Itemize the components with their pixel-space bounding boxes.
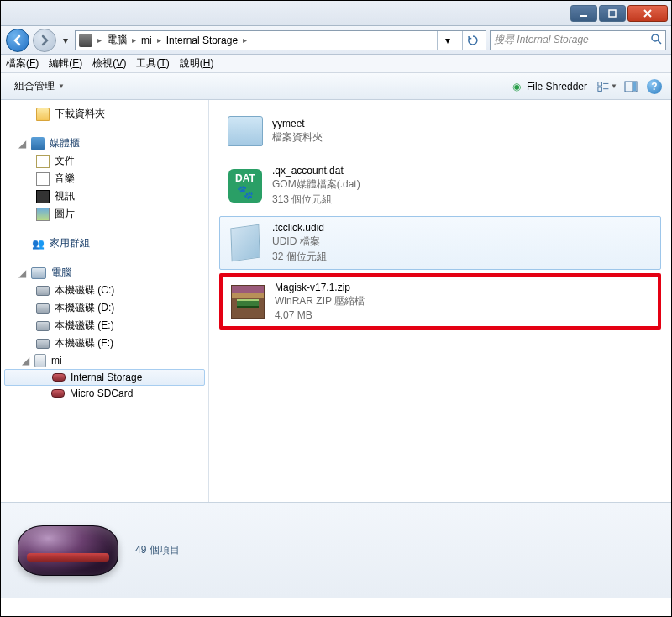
drive-icon	[36, 321, 50, 331]
location-icon	[79, 34, 92, 47]
help-icon: ?	[647, 79, 662, 94]
refresh-button[interactable]	[462, 31, 482, 50]
drive-icon	[36, 303, 50, 314]
nav-history-dropdown[interactable]: ▾	[60, 34, 71, 46]
menu-tools[interactable]: 工具(T)	[136, 56, 169, 71]
storage-icon	[52, 373, 66, 382]
status-bar: 49 個項目	[1, 502, 671, 598]
organize-button[interactable]: 組合管理▼	[8, 76, 71, 96]
nav-bar: ▾ ▸ 電腦 ▸ mi ▸ Internal Storage ▸ ▾ 搜尋 In…	[1, 26, 671, 55]
breadcrumb-segment[interactable]: mi	[141, 34, 152, 46]
shredder-icon: ◉	[510, 80, 523, 93]
file-list[interactable]: yymeet 檔案資料夾 DAT🐾 .qx_account.dat GOM媒體檔…	[209, 100, 671, 502]
file-size: 32 個位元組	[272, 250, 327, 264]
homegroup-icon: 👥	[31, 237, 45, 250]
sidebar-item-drive-f[interactable]: 本機磁碟 (F:)	[1, 335, 208, 352]
menu-help[interactable]: 說明(H)	[180, 56, 214, 71]
sidebar-item-videos[interactable]: 視訊	[1, 187, 208, 205]
search-placeholder: 搜尋 Internal Storage	[494, 33, 589, 47]
file-item-zip-highlighted[interactable]: Magisk-v17.1.zip WinRAR ZIP 壓縮檔 4.07 MB	[219, 273, 661, 330]
file-type: WinRAR ZIP 壓縮檔	[275, 294, 365, 308]
file-name: Magisk-v17.1.zip	[275, 282, 365, 293]
drive-icon	[36, 339, 50, 349]
close-button[interactable]	[627, 5, 668, 22]
toolbar: 組合管理▼ ◉ File Shredder ▼ ?	[1, 73, 671, 100]
file-size: 313 個位元組	[272, 192, 360, 207]
drive-icon	[36, 286, 50, 296]
documents-icon	[36, 155, 50, 168]
music-icon	[36, 172, 50, 186]
expand-icon: ◢	[18, 138, 26, 150]
chevron-right-icon: ▸	[157, 35, 161, 45]
svg-point-4	[652, 34, 659, 41]
sidebar-item-pictures[interactable]: 圖片	[1, 205, 208, 223]
preview-pane-button[interactable]	[621, 77, 641, 96]
file-type: UDID 檔案	[272, 235, 327, 249]
phone-icon	[34, 354, 46, 367]
search-input[interactable]: 搜尋 Internal Storage	[490, 30, 666, 50]
forward-button[interactable]	[33, 29, 56, 52]
svg-rect-12	[633, 82, 636, 91]
help-button[interactable]: ?	[644, 77, 664, 96]
sidebar-item-mi[interactable]: ◢mi	[1, 352, 208, 369]
file-type: 檔案資料夾	[272, 130, 323, 145]
sidebar-item-drive-c[interactable]: 本機磁碟 (C:)	[1, 282, 208, 299]
dat-file-icon: DAT🐾	[228, 169, 262, 203]
file-size: 4.07 MB	[275, 309, 365, 321]
menu-file[interactable]: 檔案(F)	[6, 56, 39, 71]
search-icon	[650, 33, 662, 47]
winrar-zip-icon	[231, 285, 265, 319]
computer-icon	[31, 267, 46, 279]
file-item-udid[interactable]: .tcclick.udid UDID 檔案 32 個位元組	[219, 216, 661, 270]
menu-edit[interactable]: 編輯(E)	[49, 56, 82, 71]
back-button[interactable]	[6, 29, 29, 52]
maximize-button[interactable]	[599, 5, 626, 22]
chevron-right-icon: ▸	[132, 35, 136, 45]
minimize-button[interactable]	[570, 5, 597, 22]
folder-icon	[228, 116, 263, 146]
menu-bar: 檔案(F) 編輯(E) 檢視(V) 工具(T) 說明(H)	[1, 55, 671, 73]
storage-icon	[51, 389, 65, 398]
expand-icon: ◢	[21, 355, 29, 367]
file-name: .tcclick.udid	[272, 222, 327, 234]
chevron-right-icon: ▸	[243, 35, 247, 45]
sidebar-item-drive-d[interactable]: 本機磁碟 (D:)	[1, 299, 208, 317]
sidebar-item-music[interactable]: 音樂	[1, 170, 208, 187]
sidebar-item-downloads[interactable]: 下載資料夾	[1, 105, 208, 123]
item-count: 49 個項目	[135, 543, 180, 557]
address-bar[interactable]: ▸ 電腦 ▸ mi ▸ Internal Storage ▸ ▾	[75, 30, 486, 50]
pictures-icon	[36, 208, 50, 221]
sidebar-item-documents[interactable]: 文件	[1, 152, 208, 170]
address-dropdown[interactable]: ▾	[437, 31, 457, 50]
udid-file-icon	[230, 224, 260, 262]
breadcrumb-segment[interactable]: 電腦	[107, 33, 127, 47]
sidebar-item-drive-e[interactable]: 本機磁碟 (E:)	[1, 317, 208, 335]
svg-rect-7	[598, 87, 601, 90]
breadcrumb-segment[interactable]: Internal Storage	[166, 34, 238, 46]
window-titlebar	[1, 1, 671, 26]
file-name: .qx_account.dat	[272, 165, 360, 177]
expand-icon: ◢	[18, 267, 26, 279]
library-icon	[31, 137, 45, 150]
sidebar-tree[interactable]: 下載資料夾 ◢媒體櫃 文件 音樂 視訊 圖片 👥家用群組 ◢電腦 本機磁碟 (C…	[1, 100, 209, 502]
svg-rect-6	[598, 82, 601, 85]
sidebar-header-homegroup[interactable]: 👥家用群組	[1, 235, 208, 252]
chevron-right-icon: ▸	[97, 35, 102, 45]
device-preview-icon	[14, 517, 122, 584]
sidebar-item-sdcard[interactable]: Micro SDCard	[1, 386, 208, 401]
view-options-button[interactable]: ▼	[597, 77, 617, 96]
file-shredder-button[interactable]: ◉ File Shredder	[503, 77, 594, 96]
chevron-down-icon: ▼	[58, 82, 65, 90]
file-item-dat[interactable]: DAT🐾 .qx_account.dat GOM媒體檔案(.dat) 313 個…	[219, 159, 661, 213]
sidebar-item-internal-storage[interactable]: Internal Storage	[4, 369, 205, 386]
file-item-folder[interactable]: yymeet 檔案資料夾	[219, 107, 661, 156]
folder-icon	[36, 108, 50, 121]
svg-line-5	[658, 40, 661, 44]
file-name: yymeet	[272, 118, 323, 129]
file-type: GOM媒體檔案(.dat)	[272, 177, 360, 192]
svg-rect-1	[609, 10, 616, 17]
menu-view[interactable]: 檢視(V)	[92, 56, 126, 71]
sidebar-header-libraries[interactable]: ◢媒體櫃	[1, 134, 208, 152]
video-icon	[36, 190, 50, 203]
sidebar-header-computer[interactable]: ◢電腦	[1, 264, 208, 282]
